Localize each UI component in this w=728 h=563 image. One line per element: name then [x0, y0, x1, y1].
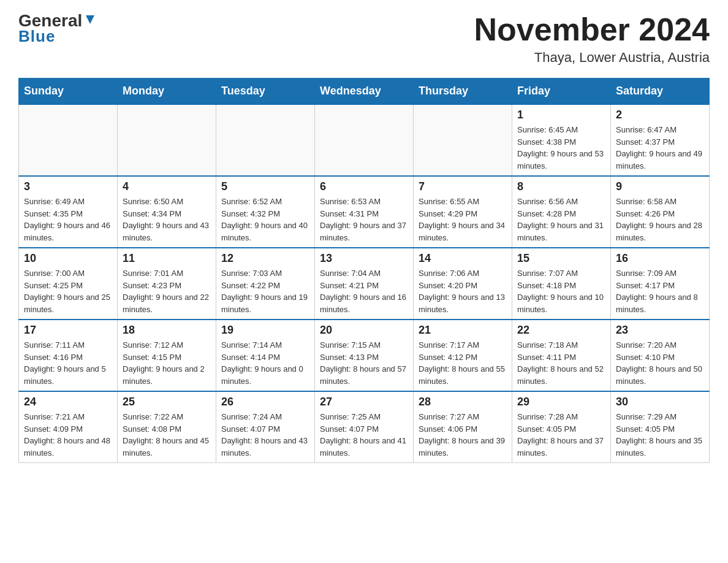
location: Thaya, Lower Austria, Austria	[474, 50, 710, 66]
day-number: 26	[221, 396, 309, 408]
svg-marker-0	[86, 15, 94, 24]
day-number: 16	[616, 252, 704, 265]
table-row	[315, 104, 414, 176]
day-number: 20	[320, 324, 408, 337]
calendar-week-row: 10Sunrise: 7:00 AM Sunset: 4:25 PM Dayli…	[19, 248, 710, 320]
day-number: 22	[517, 324, 605, 337]
day-info: Sunrise: 7:29 AM Sunset: 4:05 PM Dayligh…	[616, 411, 704, 459]
title-area: November 2024 Thaya, Lower Austria, Aust…	[474, 12, 710, 66]
day-number: 10	[24, 252, 112, 265]
day-info: Sunrise: 7:27 AM Sunset: 4:06 PM Dayligh…	[419, 411, 507, 459]
header-monday: Monday	[118, 79, 216, 105]
table-row: 27Sunrise: 7:25 AM Sunset: 4:07 PM Dayli…	[315, 391, 414, 463]
day-info: Sunrise: 6:50 AM Sunset: 4:34 PM Dayligh…	[123, 196, 211, 243]
day-number: 30	[616, 396, 704, 408]
day-info: Sunrise: 6:56 AM Sunset: 4:28 PM Dayligh…	[517, 196, 605, 243]
day-number: 23	[616, 324, 704, 337]
calendar-table: Sunday Monday Tuesday Wednesday Thursday…	[18, 78, 710, 463]
table-row: 11Sunrise: 7:01 AM Sunset: 4:23 PM Dayli…	[118, 248, 216, 320]
day-info: Sunrise: 7:22 AM Sunset: 4:08 PM Dayligh…	[123, 411, 211, 459]
day-number: 24	[24, 396, 112, 408]
day-number: 11	[123, 252, 211, 265]
table-row: 24Sunrise: 7:21 AM Sunset: 4:09 PM Dayli…	[19, 391, 118, 463]
day-number: 3	[24, 180, 112, 193]
day-info: Sunrise: 7:18 AM Sunset: 4:11 PM Dayligh…	[517, 339, 605, 387]
day-info: Sunrise: 7:03 AM Sunset: 4:22 PM Dayligh…	[221, 267, 309, 315]
table-row: 26Sunrise: 7:24 AM Sunset: 4:07 PM Dayli…	[216, 391, 315, 463]
day-info: Sunrise: 7:04 AM Sunset: 4:21 PM Dayligh…	[320, 267, 408, 315]
day-number: 8	[517, 180, 605, 193]
header-wednesday: Wednesday	[315, 79, 414, 105]
header-sunday: Sunday	[19, 79, 118, 105]
table-row: 25Sunrise: 7:22 AM Sunset: 4:08 PM Dayli…	[118, 391, 216, 463]
day-info: Sunrise: 7:25 AM Sunset: 4:07 PM Dayligh…	[320, 411, 408, 459]
day-info: Sunrise: 6:45 AM Sunset: 4:38 PM Dayligh…	[517, 124, 605, 172]
day-info: Sunrise: 7:06 AM Sunset: 4:20 PM Dayligh…	[419, 267, 507, 315]
table-row: 21Sunrise: 7:17 AM Sunset: 4:12 PM Dayli…	[414, 320, 512, 391]
day-info: Sunrise: 6:53 AM Sunset: 4:31 PM Dayligh…	[320, 196, 408, 243]
table-row	[414, 104, 512, 176]
calendar-week-row: 17Sunrise: 7:11 AM Sunset: 4:16 PM Dayli…	[19, 320, 710, 391]
table-row: 30Sunrise: 7:29 AM Sunset: 4:05 PM Dayli…	[611, 391, 710, 463]
day-info: Sunrise: 6:47 AM Sunset: 4:37 PM Dayligh…	[616, 124, 704, 172]
day-number: 18	[123, 324, 211, 337]
day-number: 5	[221, 180, 309, 193]
table-row: 7Sunrise: 6:55 AM Sunset: 4:29 PM Daylig…	[414, 176, 512, 248]
day-number: 13	[320, 252, 408, 265]
day-info: Sunrise: 7:15 AM Sunset: 4:13 PM Dayligh…	[320, 339, 408, 387]
table-row: 6Sunrise: 6:53 AM Sunset: 4:31 PM Daylig…	[315, 176, 414, 248]
calendar-header-row: Sunday Monday Tuesday Wednesday Thursday…	[19, 79, 710, 105]
table-row: 16Sunrise: 7:09 AM Sunset: 4:17 PM Dayli…	[611, 248, 710, 320]
table-row: 20Sunrise: 7:15 AM Sunset: 4:13 PM Dayli…	[315, 320, 414, 391]
table-row: 15Sunrise: 7:07 AM Sunset: 4:18 PM Dayli…	[512, 248, 611, 320]
day-number: 7	[419, 180, 507, 193]
day-info: Sunrise: 7:21 AM Sunset: 4:09 PM Dayligh…	[24, 411, 112, 459]
table-row: 29Sunrise: 7:28 AM Sunset: 4:05 PM Dayli…	[512, 391, 611, 463]
calendar-week-row: 3Sunrise: 6:49 AM Sunset: 4:35 PM Daylig…	[19, 176, 710, 248]
header-friday: Friday	[512, 79, 611, 105]
table-row	[19, 104, 118, 176]
day-number: 9	[616, 180, 704, 193]
table-row: 17Sunrise: 7:11 AM Sunset: 4:16 PM Dayli…	[19, 320, 118, 391]
header-tuesday: Tuesday	[216, 79, 315, 105]
table-row: 14Sunrise: 7:06 AM Sunset: 4:20 PM Dayli…	[414, 248, 512, 320]
table-row: 22Sunrise: 7:18 AM Sunset: 4:11 PM Dayli…	[512, 320, 611, 391]
calendar-week-row: 1Sunrise: 6:45 AM Sunset: 4:38 PM Daylig…	[19, 104, 710, 176]
day-number: 4	[123, 180, 211, 193]
day-number: 17	[24, 324, 112, 337]
table-row: 18Sunrise: 7:12 AM Sunset: 4:15 PM Dayli…	[118, 320, 216, 391]
day-number: 25	[123, 396, 211, 408]
day-info: Sunrise: 7:28 AM Sunset: 4:05 PM Dayligh…	[517, 411, 605, 459]
table-row	[216, 104, 315, 176]
table-row: 28Sunrise: 7:27 AM Sunset: 4:06 PM Dayli…	[414, 391, 512, 463]
page-header: General Blue November 2024 Thaya, Lower …	[18, 12, 710, 66]
table-row: 3Sunrise: 6:49 AM Sunset: 4:35 PM Daylig…	[19, 176, 118, 248]
day-info: Sunrise: 6:55 AM Sunset: 4:29 PM Dayligh…	[419, 196, 507, 243]
logo-text-blue: Blue	[18, 27, 55, 46]
table-row: 1Sunrise: 6:45 AM Sunset: 4:38 PM Daylig…	[512, 104, 611, 176]
day-number: 29	[517, 396, 605, 408]
calendar-week-row: 24Sunrise: 7:21 AM Sunset: 4:09 PM Dayli…	[19, 391, 710, 463]
day-info: Sunrise: 7:07 AM Sunset: 4:18 PM Dayligh…	[517, 267, 605, 315]
day-number: 14	[419, 252, 507, 265]
logo: General Blue	[18, 12, 97, 46]
header-saturday: Saturday	[611, 79, 710, 105]
table-row: 23Sunrise: 7:20 AM Sunset: 4:10 PM Dayli…	[611, 320, 710, 391]
month-title: November 2024	[474, 12, 710, 47]
day-info: Sunrise: 7:12 AM Sunset: 4:15 PM Dayligh…	[123, 339, 211, 387]
table-row: 12Sunrise: 7:03 AM Sunset: 4:22 PM Dayli…	[216, 248, 315, 320]
day-number: 19	[221, 324, 309, 337]
day-info: Sunrise: 6:49 AM Sunset: 4:35 PM Dayligh…	[24, 196, 112, 243]
day-number: 15	[517, 252, 605, 265]
day-info: Sunrise: 6:52 AM Sunset: 4:32 PM Dayligh…	[221, 196, 309, 243]
table-row: 8Sunrise: 6:56 AM Sunset: 4:28 PM Daylig…	[512, 176, 611, 248]
day-info: Sunrise: 7:24 AM Sunset: 4:07 PM Dayligh…	[221, 411, 309, 459]
table-row: 19Sunrise: 7:14 AM Sunset: 4:14 PM Dayli…	[216, 320, 315, 391]
day-number: 12	[221, 252, 309, 265]
day-number: 28	[419, 396, 507, 408]
day-info: Sunrise: 6:58 AM Sunset: 4:26 PM Dayligh…	[616, 196, 704, 243]
day-number: 27	[320, 396, 408, 408]
table-row: 5Sunrise: 6:52 AM Sunset: 4:32 PM Daylig…	[216, 176, 315, 248]
day-info: Sunrise: 7:01 AM Sunset: 4:23 PM Dayligh…	[123, 267, 211, 315]
table-row	[118, 104, 216, 176]
